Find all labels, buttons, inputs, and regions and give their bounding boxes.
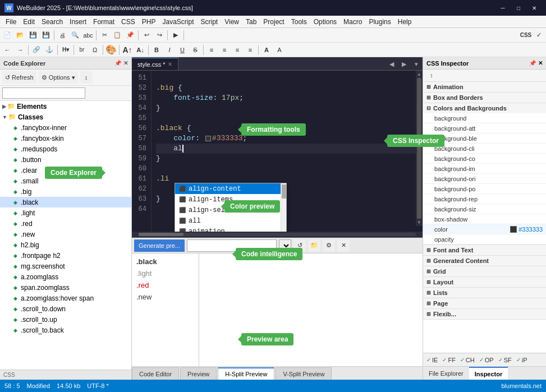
scrollbar-thumb[interactable] [417, 78, 421, 219]
close-preview-btn[interactable]: ✕ [337, 239, 350, 252]
cut-btn[interactable]: ✂ [98, 29, 111, 41]
validate-btn[interactable]: ✓ [533, 29, 545, 41]
minimize-button[interactable]: ─ [495, 2, 510, 13]
align-justify-btn[interactable]: ≡ [244, 44, 256, 56]
explorer-close-btn[interactable]: ✕ [123, 60, 128, 66]
tree-folder-elements[interactable]: ▶ 📁 Elements [0, 101, 131, 112]
redo-btn[interactable]: ↪ [153, 29, 166, 41]
copy-btn[interactable]: 📋 [111, 29, 123, 41]
scroll-up-btn[interactable]: ▲ [418, 71, 421, 77]
menu-view[interactable]: View [221, 17, 242, 27]
scroll-down-btn[interactable]: ▼ [418, 220, 421, 226]
preview-input[interactable] [187, 239, 277, 252]
undo-btn[interactable]: ↩ [140, 29, 153, 41]
open-file-btn[interactable]: 📁 [308, 239, 320, 252]
menu-php[interactable]: PHP [139, 17, 159, 27]
menu-tools[interactable]: Tools [288, 17, 310, 27]
prop-background-ori[interactable]: background-ori [423, 174, 546, 184]
section-lists-header[interactable]: ⊞ Lists [423, 288, 546, 298]
run-btn[interactable]: ▶ [169, 29, 182, 41]
menu-search[interactable]: Search [38, 17, 66, 27]
menu-help[interactable]: Help [394, 17, 415, 27]
section-font-text-header[interactable]: ⊞ Font and Text [423, 245, 546, 255]
save-btn[interactable]: 💾 [27, 29, 39, 41]
ac-scrollbar[interactable] [281, 183, 286, 232]
menu-file[interactable]: File [2, 17, 20, 27]
nav-forward-btn[interactable]: → [14, 44, 26, 56]
ac-item-align-content[interactable]: ⬛ align-content [175, 183, 286, 194]
h-scrollbar-track[interactable] [139, 233, 416, 236]
maximize-button[interactable]: □ [511, 2, 526, 13]
prop-background[interactable]: background [423, 113, 546, 123]
print-btn[interactable]: 🖨 [56, 29, 68, 41]
tab-style-css[interactable]: style.css * ✕ [132, 58, 178, 70]
tab-scroll-right[interactable]: ▶ [398, 58, 410, 70]
align-center-btn[interactable]: ≡ [218, 44, 231, 56]
inspector-sort-btn[interactable]: ↕ [425, 70, 438, 82]
nav-back-btn[interactable]: ← [1, 44, 13, 56]
prop-opacity[interactable]: opacity [423, 234, 546, 245]
menu-options[interactable]: Options [310, 17, 340, 27]
menu-css[interactable]: CSS [118, 17, 139, 27]
ac-scrollbar-thumb[interactable] [282, 185, 286, 199]
inspector-tab-file-explorer[interactable]: File Explorer [423, 367, 469, 380]
pin-btn[interactable]: 📌 [114, 60, 121, 66]
options-btn[interactable]: ⚙ Options ▾ [39, 71, 78, 84]
tab-preview[interactable]: Preview [180, 367, 217, 380]
sort-btn[interactable]: ↕ [80, 71, 93, 84]
ac-item-align-items[interactable]: ⬛ align-items [175, 194, 286, 205]
tree-item[interactable]: ◆ .small [0, 176, 131, 186]
menu-javascript[interactable]: JavaScript [159, 17, 197, 27]
section-generated-content-header[interactable]: ⊞ Generated Content [423, 256, 546, 266]
explorer-search-input[interactable] [2, 87, 85, 99]
preview-class-new[interactable]: .new [134, 291, 196, 303]
save-all-btn[interactable]: 💾 [40, 29, 52, 41]
inspector-close-btn[interactable]: ✕ [538, 60, 543, 66]
section-page-header[interactable]: ⊞ Page [423, 298, 546, 308]
ac-item-animation[interactable]: ⬛ animation [175, 226, 286, 232]
tree-item-clear[interactable]: ◆ .clear [0, 165, 131, 176]
refresh-preview-btn[interactable]: ↺ [293, 239, 306, 252]
font-size-inc-btn[interactable]: A↑ [121, 44, 134, 56]
section-colors-bg-header[interactable]: ⊟ Colors and Backgrounds [423, 103, 546, 113]
prop-background-po[interactable]: background-po [423, 184, 546, 194]
h-scrollbar-thumb[interactable] [139, 233, 183, 236]
tab-scroll-left[interactable]: ◀ [386, 58, 398, 70]
color-btn[interactable]: 🎨 [105, 44, 117, 56]
menu-plugins[interactable]: Plugins [365, 17, 394, 27]
h1-btn[interactable]: H▾ [59, 44, 72, 56]
prop-background-att[interactable]: background-att [423, 123, 546, 133]
preview-class-red[interactable]: .red [134, 279, 196, 291]
section-flexib-header[interactable]: ⊞ Flexib... [423, 309, 546, 319]
tree-item[interactable]: ◆ .button [0, 154, 131, 165]
prop-background-siz[interactable]: background-siz [423, 204, 546, 214]
paste-btn[interactable]: 📌 [124, 29, 136, 41]
prop-background-im[interactable]: background-im [423, 164, 546, 174]
align-right-btn[interactable]: ≡ [231, 44, 244, 56]
prop-background-ble[interactable]: background-ble [423, 133, 546, 144]
tree-item[interactable]: ◆ .meduspods [0, 144, 131, 154]
menu-edit[interactable]: Edit [20, 17, 38, 27]
underline-btn[interactable]: U [176, 44, 189, 56]
omega-btn[interactable]: Ω [89, 44, 101, 56]
prop-color[interactable]: color #333333 [423, 224, 546, 234]
v-scrollbar[interactable]: ▲ ▼ [416, 71, 423, 226]
tree-item-spanzoomglass[interactable]: ◆ span.zoomglass [0, 282, 131, 293]
anchor-btn[interactable]: ⚓ [43, 44, 56, 56]
preview-class-light[interactable]: .light [134, 268, 196, 279]
section-grid-header[interactable]: ⊞ Grid [423, 266, 546, 276]
tab-h-split-preview[interactable]: H-Split Preview [218, 367, 274, 380]
preview-select[interactable] [279, 239, 291, 252]
tree-item[interactable]: ◆ .big [0, 186, 131, 197]
menu-script[interactable]: Script [198, 17, 222, 27]
tree-item-zoomglass[interactable]: ◆ a.zoomglass [0, 271, 131, 282]
prop-background-co[interactable]: background-co [423, 154, 546, 164]
link-btn[interactable]: 🔗 [30, 44, 43, 56]
bold-btn[interactable]: B [150, 44, 163, 56]
autocomplete-dropdown[interactable]: ⬛ align-content ⬛ align-items ⬛ align-se… [175, 183, 287, 232]
inspector-pin-btn[interactable]: 📌 [529, 60, 536, 66]
new-btn[interactable]: 📄 [1, 29, 13, 41]
prop-background-rep[interactable]: background-rep [423, 194, 546, 204]
close-button[interactable]: ✕ [527, 2, 542, 13]
css-btn[interactable]: CSS [520, 29, 532, 41]
